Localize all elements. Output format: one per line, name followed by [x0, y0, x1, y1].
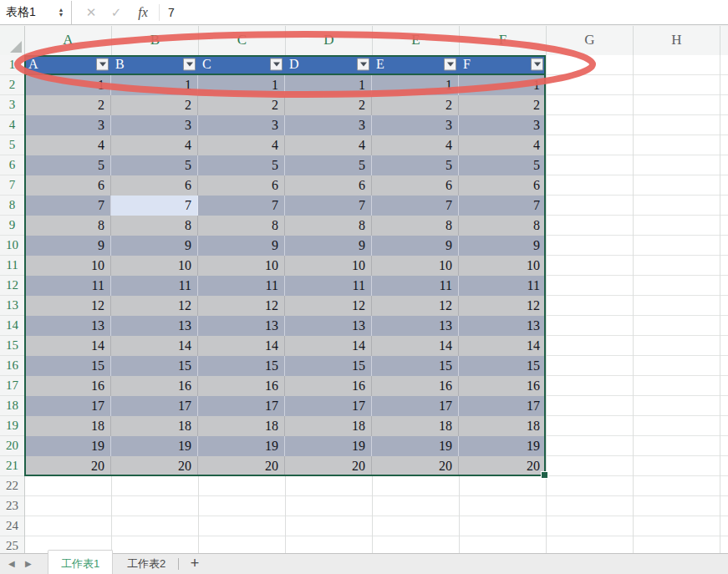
table-cell[interactable]: 2 [285, 95, 372, 115]
table-cell[interactable]: 20 [198, 456, 285, 476]
table-header-F[interactable]: F [459, 55, 546, 74]
table-cell[interactable]: 13 [285, 316, 372, 336]
table-cell[interactable]: 11 [459, 276, 546, 296]
table-cell[interactable]: 1 [372, 75, 459, 95]
row-header-12[interactable]: 12 [0, 276, 24, 296]
row-header-14[interactable]: 14 [0, 316, 24, 336]
table-cell[interactable]: 7 [24, 196, 111, 216]
table-cell[interactable]: 17 [198, 396, 285, 416]
filter-dropdown-button[interactable] [96, 58, 109, 71]
column-header-F[interactable]: F [460, 26, 547, 55]
table-cell[interactable]: 18 [372, 416, 459, 436]
table-cell[interactable]: 6 [111, 175, 198, 196]
sheet-tab-worksheet2[interactable]: 工作表2 [118, 554, 175, 574]
table-header-E[interactable]: E [372, 55, 459, 74]
table-cell[interactable]: 10 [459, 256, 546, 276]
table-cell[interactable]: 15 [459, 356, 546, 376]
table-cell[interactable]: 6 [285, 175, 372, 196]
name-box-spinner[interactable]: ▲ ▼ [54, 8, 68, 18]
column-header-A[interactable]: A [25, 26, 112, 55]
table-cell[interactable]: 10 [372, 256, 459, 276]
table-cell[interactable]: 1 [459, 75, 546, 95]
row-header-3[interactable]: 3 [0, 95, 24, 115]
table-cell[interactable]: 14 [198, 336, 285, 356]
table-cell[interactable]: 10 [198, 256, 285, 276]
table-cell[interactable]: 8 [24, 216, 111, 236]
table-cell[interactable]: 4 [372, 135, 459, 155]
table-cell[interactable]: 4 [285, 135, 372, 155]
table-cell[interactable]: 13 [24, 316, 111, 336]
table-cell[interactable]: 2 [198, 95, 285, 115]
table-cell[interactable]: 9 [459, 236, 546, 256]
table-cell[interactable]: 17 [459, 396, 546, 416]
table-cell[interactable]: 5 [198, 155, 285, 175]
filter-dropdown-button[interactable] [357, 58, 369, 71]
column-header-G[interactable]: G [547, 26, 634, 55]
table-cell[interactable]: 1 [285, 75, 372, 95]
table-cell[interactable]: 14 [285, 336, 372, 356]
table-cell[interactable]: 19 [459, 436, 546, 456]
spinner-down-icon[interactable]: ▼ [59, 13, 64, 18]
table-cell[interactable]: 6 [459, 175, 546, 196]
table-header-C[interactable]: C [198, 55, 285, 74]
table-cell[interactable]: 2 [372, 95, 459, 115]
table-cell[interactable]: 16 [459, 376, 546, 396]
table-cell[interactable]: 7 [372, 196, 459, 216]
table-cell[interactable]: 3 [111, 115, 198, 135]
table-cell[interactable]: 7 [198, 196, 285, 216]
select-all-corner[interactable] [0, 26, 25, 56]
table-cell[interactable]: 8 [285, 216, 372, 236]
table-cell[interactable]: 9 [198, 236, 285, 256]
table-cell[interactable]: 5 [24, 155, 111, 175]
column-header-D[interactable]: D [286, 26, 373, 55]
sheet-tab-worksheet1[interactable]: 工作表1 [48, 550, 113, 574]
table-cell[interactable]: 5 [111, 155, 198, 175]
table-cell[interactable]: 13 [459, 316, 546, 336]
table-cell[interactable]: 3 [372, 115, 459, 135]
table-cell[interactable]: 3 [24, 115, 111, 135]
table-cell[interactable]: 17 [24, 396, 111, 416]
row-header-6[interactable]: 6 [0, 155, 24, 175]
table-cell[interactable]: 8 [459, 216, 546, 236]
table-cell[interactable]: 9 [111, 236, 198, 256]
row-header-20[interactable]: 20 [0, 436, 24, 456]
table-cell[interactable]: 17 [285, 396, 372, 416]
table-cell[interactable]: 12 [459, 296, 546, 316]
table-header-D[interactable]: D [285, 55, 372, 74]
filter-dropdown-button[interactable] [531, 58, 543, 71]
table-cell[interactable]: 2 [459, 95, 546, 115]
table-cell[interactable]: 4 [459, 135, 546, 155]
row-header-16[interactable]: 16 [0, 356, 24, 376]
table-cell[interactable]: 3 [459, 115, 546, 135]
name-box[interactable]: 表格1 [0, 5, 54, 20]
table-cell[interactable]: 5 [372, 155, 459, 175]
table-cell[interactable]: 8 [372, 216, 459, 236]
table-cell[interactable]: 2 [24, 95, 111, 115]
table-cell[interactable]: 8 [198, 216, 285, 236]
row-header-9[interactable]: 9 [0, 216, 24, 236]
table-cell[interactable]: 15 [198, 356, 285, 376]
table-cell[interactable]: 5 [459, 155, 546, 175]
row-header-24[interactable]: 24 [0, 516, 24, 536]
table-cell[interactable]: 16 [198, 376, 285, 396]
row-header-19[interactable]: 19 [0, 416, 24, 436]
row-header-11[interactable]: 11 [0, 256, 24, 276]
table-cell[interactable]: 12 [285, 296, 372, 316]
table-cell[interactable]: 10 [111, 256, 198, 276]
prev-sheet-icon[interactable]: ◀ [8, 554, 15, 574]
table-cell[interactable]: 6 [24, 175, 111, 196]
table-cell[interactable]: 4 [198, 135, 285, 155]
table-cell[interactable]: 13 [198, 316, 285, 336]
table-header-A[interactable]: A [24, 55, 111, 74]
table-cell[interactable]: 15 [285, 356, 372, 376]
add-sheet-button[interactable]: + [182, 554, 207, 574]
table-cell[interactable]: 19 [285, 436, 372, 456]
row-header-23[interactable]: 23 [0, 496, 24, 516]
table-cell[interactable]: 11 [198, 276, 285, 296]
table-header-B[interactable]: B [111, 55, 198, 74]
row-header-1[interactable]: 1 [0, 55, 24, 75]
table-cell[interactable]: 12 [198, 296, 285, 316]
table-cell[interactable]: 3 [198, 115, 285, 135]
table-cell[interactable]: 7 [285, 196, 372, 216]
table-cell[interactable]: 9 [372, 236, 459, 256]
